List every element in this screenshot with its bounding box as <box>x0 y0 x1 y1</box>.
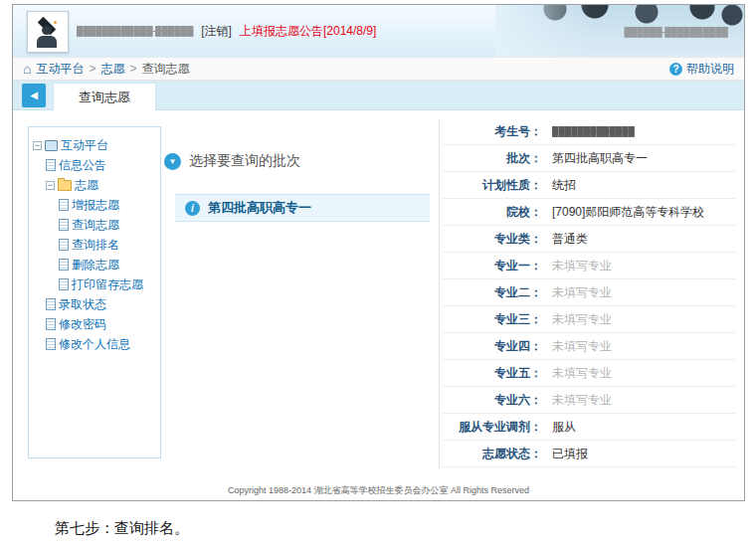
avatar-body-icon <box>37 36 57 48</box>
logout-link[interactable]: [注销] <box>201 23 232 40</box>
detail-row-zhuanye-4: 专业四： 未填写专业 <box>443 333 736 360</box>
detail-row-kaoshenghao: 考生号： █████████████ <box>443 118 736 145</box>
cap-tassel-icon <box>54 21 57 24</box>
detail-label: 考生号： <box>443 123 542 140</box>
detail-value: 未填写专业 <box>552 284 612 301</box>
detail-value: 第四批高职高专一 <box>552 150 648 167</box>
tree-label: 打印留存志愿 <box>72 276 143 293</box>
detail-value: 未填写专业 <box>552 311 612 328</box>
detail-row-zhuanye-2: 专业二： 未填写专业 <box>443 279 736 306</box>
detail-row-zhuanye-1: 专业一： 未填写专业 <box>443 253 736 279</box>
breadcrumb: ⌂ 互动平台 > 志愿 > 查询志愿 ? 帮助说明 <box>13 57 744 81</box>
tree-label: 增报志愿 <box>72 197 119 214</box>
detail-value: 未填写专业 <box>552 338 612 355</box>
detail-value: 未填写专业 <box>552 392 612 409</box>
graduate-avatar <box>27 11 69 53</box>
tab-query-zhiyuan[interactable]: 查询志愿 <box>53 83 156 110</box>
detail-row-zhiyuan-status: 志愿状态： 已填报 <box>443 441 736 467</box>
batch-item[interactable]: i 第四批高职高专一 <box>175 194 430 222</box>
detail-value-redacted: █████████████ <box>552 126 635 136</box>
breadcrumb-item-current: 查询志愿 <box>142 61 190 78</box>
info-icon: i <box>185 201 200 216</box>
detail-label: 服从专业调剂： <box>443 419 542 436</box>
detail-label: 志愿状态： <box>443 446 542 462</box>
tree-item-add-zhiyuan[interactable]: 增报志愿 <box>33 195 156 215</box>
tree-item-query-rank[interactable]: 查询排名 <box>33 235 156 255</box>
detail-label: 专业三： <box>443 311 542 328</box>
detail-row-yuanxiao: 院校： [7090]郧阳师范高等专科学校 <box>443 199 736 226</box>
top-banner: ████████████ ██████ [注销] 上填报志愿公告[2014/8/… <box>13 5 744 57</box>
detail-value: 已填报 <box>552 446 588 462</box>
back-button[interactable]: ◀ <box>22 84 46 107</box>
document-icon <box>59 199 69 211</box>
detail-row-zhuanye-6: 专业六： 未填写专业 <box>443 387 736 414</box>
tree-label: 修改个人信息 <box>59 336 130 353</box>
tree-label: 修改密码 <box>59 316 106 333</box>
avatar-head-icon <box>42 26 52 35</box>
document-icon <box>59 219 69 231</box>
user-info-redacted: ██████ ██████████ <box>624 27 728 37</box>
tree-item-query-zhiyuan[interactable]: 查询志愿 <box>33 215 156 235</box>
home-icon: ⌂ <box>23 62 31 76</box>
detail-label: 专业四： <box>443 338 542 355</box>
tree-item-zhiyuan-folder[interactable]: − 志愿 <box>33 175 156 195</box>
tree-label: 互动平台 <box>61 137 108 154</box>
help-icon: ? <box>669 63 682 76</box>
tree-label: 志愿 <box>75 177 98 194</box>
detail-label: 批次： <box>443 150 542 167</box>
breadcrumb-item-zhiyuan[interactable]: 志愿 <box>100 61 124 78</box>
banner-text-row: ████████████ ██████ [注销] 上填报志愿公告[2014/8/… <box>77 5 376 57</box>
document-icon <box>59 278 69 290</box>
tree-label: 信息公告 <box>59 157 106 174</box>
document-icon <box>59 259 69 271</box>
detail-label: 计划性质： <box>443 177 542 194</box>
detail-value: 普通类 <box>552 231 588 248</box>
tree-label: 查询排名 <box>72 237 119 254</box>
tree-item-delete-zhiyuan[interactable]: 删除志愿 <box>33 255 156 274</box>
tab-bar: ◀ 查询志愿 <box>13 81 744 110</box>
collapse-icon[interactable]: − <box>46 181 55 190</box>
tree-item-admission-status[interactable]: 录取状态 <box>33 294 156 314</box>
detail-value: [7090]郧阳师范高等专科学校 <box>552 204 704 221</box>
dropdown-circle-icon: ▼ <box>164 153 181 170</box>
detail-panel: 考生号： █████████████ 批次： 第四批高职高专一 计划性质： 统招… <box>443 118 736 467</box>
nav-tree: − 互动平台 信息公告 − 志愿 增报志愿 查询志愿 <box>28 126 161 458</box>
detail-value: 未填写专业 <box>552 258 612 274</box>
detail-value: 服从 <box>552 419 576 436</box>
document-icon <box>46 298 56 310</box>
breadcrumb-separator: > <box>129 62 136 76</box>
folder-icon <box>58 180 72 191</box>
collapse-icon[interactable]: − <box>33 141 42 150</box>
screenshot-frame: ████████████ ██████ [注销] 上填报志愿公告[2014/8/… <box>12 4 745 501</box>
breadcrumb-separator: > <box>89 62 95 76</box>
breadcrumb-item-platform[interactable]: 互动平台 <box>36 61 84 78</box>
batch-item-label: 第四批高职高专一 <box>208 199 311 217</box>
detail-row-zhuanye-5: 专业五： 未填写专业 <box>443 360 736 387</box>
tree-item-edit-profile[interactable]: 修改个人信息 <box>33 334 156 354</box>
tree-label: 查询志愿 <box>72 217 119 234</box>
copyright-footer: Copyright 1988-2014 湖北省高等学校招生委员会办公室 All … <box>13 480 744 500</box>
batch-chooser-title: 选择要查询的批次 <box>189 152 300 170</box>
help-label: 帮助说明 <box>686 61 734 78</box>
school-name-redacted: ████████████ ██████ <box>77 26 193 36</box>
tree-item-print-zhiyuan[interactable]: 打印留存志愿 <box>33 274 156 294</box>
notice-link[interactable]: 上填报志愿公告[2014/8/9] <box>240 23 376 40</box>
document-icon <box>46 338 56 350</box>
detail-label: 专业二： <box>443 284 542 301</box>
document-icon <box>46 159 56 171</box>
tree-item-info-notice[interactable]: 信息公告 <box>33 155 156 175</box>
detail-label: 专业类： <box>443 231 542 248</box>
detail-row-jihuaxingzhi: 计划性质： 统招 <box>443 172 736 199</box>
tree-item-change-password[interactable]: 修改密码 <box>33 314 156 334</box>
content-area: − 互动平台 信息公告 − 志愿 增报志愿 查询志愿 <box>13 110 744 480</box>
detail-label: 专业六： <box>443 392 542 409</box>
detail-value: 未填写专业 <box>552 365 612 382</box>
tree-item-platform[interactable]: − 互动平台 <box>33 135 156 155</box>
help-link[interactable]: ? 帮助说明 <box>669 61 734 78</box>
detail-row-zhuanyelei: 专业类： 普通类 <box>443 226 736 253</box>
detail-label: 院校： <box>443 204 542 221</box>
document-icon <box>46 318 56 330</box>
computer-icon <box>45 140 58 151</box>
detail-label: 专业一： <box>443 258 542 274</box>
detail-row-pici: 批次： 第四批高职高专一 <box>443 145 736 172</box>
